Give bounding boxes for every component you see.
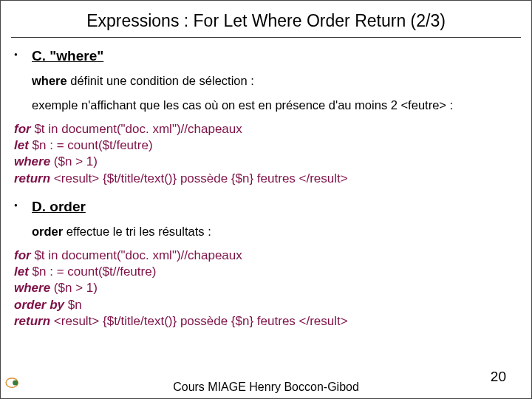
code-c-l1: $t in document("doc. xml")//chapeaux (31, 122, 242, 136)
section-c-desc1: where définit une condition de sélection… (32, 73, 521, 89)
code-block-d: for $t in document("doc. xml")//chapeaux… (14, 248, 521, 329)
section-c-desc1-rest: définit une condition de sélection : (67, 74, 254, 87)
where-keyword: where (32, 74, 67, 87)
section-d-desc1-rest: effectue le tri les résultats : (63, 225, 211, 238)
section-c-desc2: exemple n'affichant que les cas où on es… (32, 98, 521, 113)
kw-return-d: return (14, 314, 50, 328)
code-d-l5: <result> {$t/title/text()} possède {$n} … (50, 314, 348, 328)
code-c-l2: $n : = count($t/feutre) (29, 138, 153, 152)
code-c-l4: <result> {$t/title/text()} possède {$n} … (50, 171, 348, 185)
slide-title: Expressions : For Let Where Order Return… (11, 11, 521, 31)
section-c-list: C. "where" (11, 48, 521, 64)
page-number: 20 (491, 369, 506, 385)
section-d-heading: D. order (32, 199, 521, 215)
code-d-l1: $t in document("doc. xml")//chapeaux (31, 248, 242, 262)
section-c-heading: C. "where" (32, 48, 521, 64)
kw-return: return (14, 171, 50, 185)
order-keyword: order (32, 225, 63, 238)
kw-orderby: order by (14, 298, 64, 312)
code-d-l4: $n (64, 298, 82, 312)
code-c-l3: ($n > 1) (50, 154, 98, 168)
section-d-desc1: order effectue le tri les résultats : (32, 224, 521, 239)
title-separator (11, 37, 521, 38)
code-d-l2: $n : = count($t//feutre) (29, 265, 156, 279)
kw-where: where (14, 154, 50, 168)
kw-where-d: where (14, 281, 50, 295)
kw-for-d: for (14, 248, 31, 262)
code-block-c: for $t in document("doc. xml")//chapeaux… (14, 121, 521, 186)
section-d-list: D. order (11, 199, 521, 215)
kw-for: for (14, 122, 31, 136)
kw-let: let (14, 138, 29, 152)
kw-let-d: let (14, 265, 29, 279)
code-d-l3: ($n > 1) (50, 281, 98, 295)
slide-body: Expressions : For Let Where Order Return… (1, 1, 531, 346)
footer-center-text: Cours MIAGE Henry Boccon-Gibod (1, 381, 531, 394)
